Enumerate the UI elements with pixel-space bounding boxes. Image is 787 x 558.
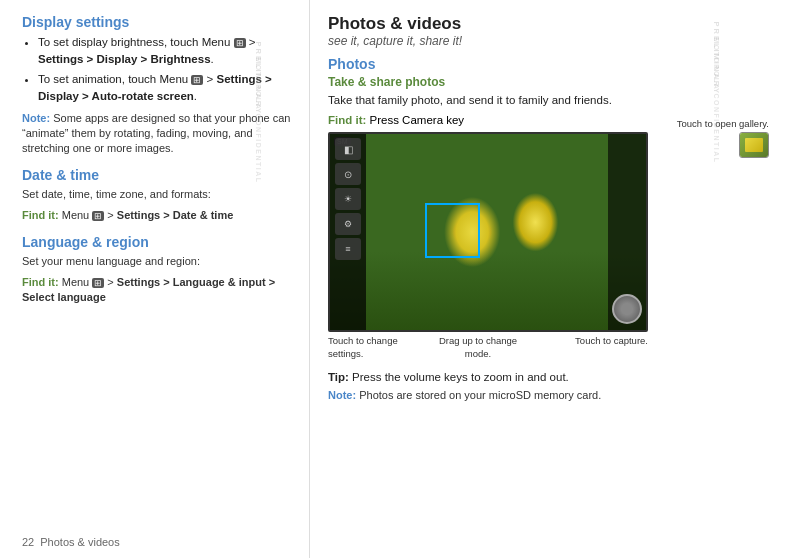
photos-section-heading: Photos — [328, 56, 769, 72]
date-find-text: Menu ⊞ > Settings > Date & time — [62, 209, 234, 221]
photos-note-label: Note: — [328, 389, 356, 401]
camera-icon-5: ≡ — [345, 244, 350, 254]
camera-icon-1: ◧ — [344, 144, 353, 155]
camera-control-4[interactable]: ⚙ — [335, 213, 361, 235]
left-column: Display settings To set display brightne… — [0, 0, 310, 558]
date-find-label: Find it: — [22, 209, 59, 221]
camera-right-sidebar — [608, 134, 646, 330]
display-bullets-list: To set display brightness, touch Menu ​⊞… — [38, 34, 293, 105]
gallery-thumbnail[interactable] — [739, 132, 769, 158]
display-note-label: Note: — [22, 112, 50, 124]
camera-area: Touch to open gallery. SM ◧ — [328, 132, 769, 361]
tip-text: Press the volume keys to zoom in and out… — [352, 371, 569, 383]
language-region-heading: Language & region — [22, 234, 293, 250]
take-share-heading: Take & share photos — [328, 75, 769, 89]
display-bullet-2-suffix: . — [194, 90, 197, 102]
camera-control-1[interactable]: ◧ — [335, 138, 361, 160]
label-drag-mode: Drag up to change mode. — [428, 335, 528, 361]
date-time-text: Set date, time, time zone, and formats: — [22, 187, 293, 202]
photos-videos-heading: Photos & videos — [328, 14, 769, 34]
take-share-text: Take that family photo, and send it to f… — [328, 92, 769, 109]
label-touch-capture: Touch to capture. — [575, 335, 648, 346]
label-change-settings: Touch to change settings. — [328, 335, 408, 361]
camera-labels-row: Touch to change settings. Drag up to cha… — [328, 335, 648, 361]
gallery-button-area — [739, 132, 769, 158]
camera-icon-4: ⚙ — [344, 219, 352, 229]
tip-label: Tip: — [328, 371, 349, 383]
camera-image: SM ◧ ⊙ ☀ ⚙ — [328, 132, 648, 332]
camera-control-2[interactable]: ⊙ — [335, 163, 361, 185]
date-find-line: Find it: Menu ⊞ > Settings > Date & time — [22, 208, 293, 223]
page-footer: 22 Photos & videos — [22, 532, 120, 548]
camera-icon-2: ⊙ — [344, 169, 352, 180]
display-bullet-1: To set display brightness, touch Menu ​⊞… — [38, 34, 293, 67]
camera-icon-3: ☀ — [344, 194, 352, 204]
camera-left-sidebar: ◧ ⊙ ☀ ⚙ ≡ — [330, 134, 366, 330]
date-time-heading: Date & time — [22, 167, 293, 183]
language-find-text: Menu ⊞ > Settings > Language & input > S… — [22, 276, 275, 303]
display-note: Note: Some apps are designed so that you… — [22, 111, 293, 157]
tip-line: Tip: Press the volume keys to zoom in an… — [328, 369, 769, 385]
display-settings-heading: Display settings — [22, 14, 293, 30]
display-bullet-1-bold: Settings > Display > Brightness — [38, 53, 211, 65]
camera-control-3[interactable]: ☀ — [335, 188, 361, 210]
language-find-label: Find it: — [22, 276, 59, 288]
camera-find-text: Press Camera key — [370, 114, 465, 126]
display-bullet-1-text: To set display brightness, touch Menu ​⊞… — [38, 36, 256, 48]
display-bullet-1-suffix: . — [211, 53, 214, 65]
display-bullet-2-text: To set animation, touch Menu ​⊞ > — [38, 73, 217, 85]
language-find-line: Find it: Menu ⊞ > Settings > Language & … — [22, 275, 293, 306]
camera-find-label: Find it: — [328, 114, 366, 126]
right-column: Photos & videos see it, capture it, shar… — [310, 0, 787, 558]
camera-ui-overlay: ◧ ⊙ ☀ ⚙ ≡ — [330, 134, 646, 330]
camera-main-view — [366, 134, 608, 330]
gallery-thumbnail-flower — [745, 138, 763, 152]
camera-control-5[interactable]: ≡ — [335, 238, 361, 260]
photos-note: Note: Photos are stored on your microSD … — [328, 388, 769, 403]
gallery-open-label: Touch to open gallery. — [677, 118, 769, 129]
photos-note-text: Photos are stored on your microSD memory… — [359, 389, 601, 401]
capture-button[interactable] — [612, 294, 642, 324]
photos-sub-heading: see it, capture it, share it! — [328, 34, 769, 48]
language-text: Set your menu language and region: — [22, 254, 293, 269]
gallery-thumbnail-image — [740, 133, 768, 157]
display-note-text: Some apps are designed so that your phon… — [22, 112, 290, 155]
display-bullet-2: To set animation, touch Menu ​⊞ > Settin… — [38, 71, 293, 104]
page-label: Photos & videos — [40, 536, 120, 548]
page-number: 22 — [22, 536, 34, 548]
